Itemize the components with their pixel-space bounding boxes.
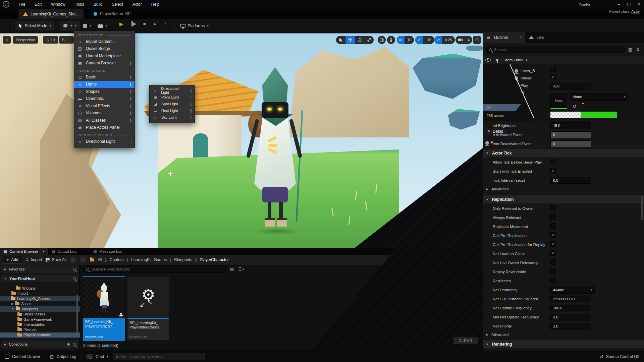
- viewport-layout-icon[interactable]: ⊞: [473, 36, 481, 44]
- menu-file[interactable]: File: [14, 0, 30, 9]
- use-selected-icon[interactable]: ↺: [573, 104, 577, 109]
- tab-level[interactable]: LearningKit_Games_Sho...: [18, 9, 84, 19]
- stop-button[interactable]: ■: [140, 21, 149, 31]
- menu-item-basic[interactable]: ◻Basic❯: [74, 73, 135, 81]
- lit-dropdown[interactable]: ☼Lit: [43, 36, 58, 44]
- clear-button[interactable]: CLEAR: [453, 337, 478, 344]
- add-actor-dropdown[interactable]: +▾: [60, 21, 80, 31]
- back-button[interactable]: ‹: [70, 256, 76, 263]
- menu-item-all-classes[interactable]: ▧All Classes❯: [74, 117, 135, 124]
- drag-grip-icon[interactable]: ⣿: [190, 96, 192, 99]
- checkbox[interactable]: [550, 250, 556, 256]
- tree-item-gameframework[interactable]: GameFramework: [0, 317, 80, 322]
- menu-item-lights[interactable]: ☼Lights❯: [74, 81, 135, 88]
- checkbox[interactable]: [550, 259, 556, 265]
- favorites-header[interactable]: ▶Favorites: [1, 265, 78, 273]
- move-tool[interactable]: [345, 36, 355, 44]
- tree-item-pickups[interactable]: Pickups: [0, 327, 80, 333]
- tree-item-blueprints[interactable]: ▼Blueprints: [0, 306, 80, 312]
- menu-window[interactable]: Window: [46, 0, 70, 9]
- checkbox[interactable]: [550, 159, 556, 164]
- submenu-directional-light[interactable]: ☼Directional Light⣿: [150, 87, 195, 94]
- tab-levels[interactable]: Levr: [525, 32, 548, 43]
- menu-item-quixel-bridge[interactable]: ▤Quixel Bridge: [74, 45, 135, 53]
- source-control-button[interactable]: ↺ Source Control Off: [595, 351, 644, 362]
- menu-item-import-content[interactable]: ↧Import Content...: [74, 38, 135, 45]
- platforms-dropdown[interactable]: Platforms▾: [177, 21, 212, 31]
- world-local-globe-icon[interactable]: [378, 36, 386, 44]
- advanced-expander[interactable]: ▶Advanced: [486, 187, 508, 191]
- property-input[interactable]: 100.0: [550, 305, 591, 311]
- close-tab-icon[interactable]: ×: [520, 35, 522, 40]
- checkbox[interactable]: [550, 268, 556, 274]
- submenu-sky-light[interactable]: ∩Sky Light⣿: [150, 114, 195, 121]
- close-tab-icon[interactable]: ×: [43, 249, 45, 253]
- asset-search-input[interactable]: [91, 267, 224, 271]
- save-all-button[interactable]: Save All: [46, 257, 66, 262]
- tree-item-widgets[interactable]: Widgets: [0, 286, 80, 291]
- tree-item-assets[interactable]: ▶Assets: [0, 301, 80, 307]
- tree-item-import[interactable]: Import: [0, 291, 80, 296]
- tab-output-log[interactable]: ▤ Output Log: [48, 248, 80, 255]
- maximize-button[interactable]: ▢: [624, 0, 634, 9]
- breadcrumb-all[interactable]: All: [98, 257, 102, 262]
- menu-help[interactable]: Help: [147, 0, 164, 9]
- property-input[interactable]: 0.0: [550, 177, 591, 184]
- section-rendering[interactable]: ▾Rendering: [483, 340, 644, 348]
- visibility-eye-icon[interactable]: [486, 106, 491, 109]
- viewport-options-hamburger[interactable]: ≡: [3, 36, 11, 44]
- checkbox[interactable]: [550, 168, 556, 173]
- advanced-expander[interactable]: ▶Advanced: [486, 333, 508, 337]
- breadcrumb-learningkit[interactable]: LearningKit_Games: [131, 257, 167, 262]
- console-command-input[interactable]: [116, 354, 202, 359]
- drag-grip-icon[interactable]: ⣿: [190, 116, 192, 119]
- drag-grip-icon[interactable]: ⣿: [190, 109, 192, 113]
- tree-item-baseclasses[interactable]: BaseClasses: [0, 312, 80, 317]
- search-icon[interactable]: [73, 268, 76, 271]
- asset-thumbnail-none[interactable]: None: [550, 93, 567, 109]
- menu-select[interactable]: Select: [107, 0, 127, 9]
- section-replication[interactable]: ▾Replication: [483, 195, 644, 203]
- tab-blueprint[interactable]: PlayerButton_BP: [89, 9, 135, 19]
- menu-item-content-browser[interactable]: ▦Content Browser❯: [74, 60, 135, 67]
- asset-picker-dropdown[interactable]: None▾: [571, 94, 628, 101]
- menu-edit[interactable]: Edit: [30, 0, 46, 9]
- outliner-search[interactable]: [486, 46, 625, 53]
- property-input[interactable]: 225000000.0: [550, 296, 591, 302]
- menu-item-unreal-marketplace[interactable]: ▣Unreal Marketplace: [74, 52, 135, 60]
- menu-tools[interactable]: Tools: [70, 0, 89, 9]
- asset-bp-playercharacter[interactable]: BP_LearningKit_ PlayerCharacter Blueprin…: [83, 277, 125, 340]
- menu-item-shapes[interactable]: ◇Shapes❯: [74, 88, 135, 95]
- pin-column-icon[interactable]: [493, 59, 501, 61]
- outliner-settings-gear-icon[interactable]: ⚙: [636, 47, 640, 52]
- outliner-row[interactable]: Lever_B: [515, 69, 535, 73]
- show-dropdown[interactable]: S: [59, 36, 74, 44]
- add-collection-icon[interactable]: ⊕: [67, 342, 70, 347]
- close-button[interactable]: ✕: [634, 0, 644, 9]
- minimize-button[interactable]: –: [614, 0, 624, 9]
- scale-tool[interactable]: [364, 36, 374, 44]
- property-input[interactable]: 0: [550, 140, 591, 147]
- parent-class-link[interactable]: Actor: [631, 9, 640, 13]
- checkbox[interactable]: [550, 223, 556, 229]
- checkbox[interactable]: [550, 214, 556, 220]
- checkbox[interactable]: [550, 205, 556, 210]
- asset-bpi-playerinteractions[interactable]: ⚙ ↙ ↖ BPI_LearningKit_ PlayerInteraction…: [127, 277, 169, 340]
- menu-item-visual-effects[interactable]: ∗Visual Effects❯: [74, 102, 135, 110]
- output-log-button[interactable]: ▤ Output Log: [45, 351, 81, 362]
- submenu-spot-light[interactable]: ◢Spot Light⣿: [150, 101, 195, 107]
- search-icon[interactable]: [73, 343, 76, 346]
- property-input[interactable]: 1.0: [550, 323, 591, 329]
- checkbox[interactable]: [550, 241, 556, 247]
- outliner-search-input[interactable]: [494, 48, 622, 52]
- cmd-dropdown[interactable]: >_ Cmd▾: [82, 351, 113, 362]
- checkbox[interactable]: [550, 74, 556, 79]
- project-header[interactable]: ▼YourFirstHour: [1, 275, 78, 282]
- breadcrumb-content[interactable]: Content: [110, 257, 124, 262]
- eject-button[interactable]: ▲: [149, 21, 160, 31]
- filter-dropdown-icon[interactable]: ☰▾: [238, 267, 244, 272]
- select-mode-dropdown[interactable]: Select Mode▾: [15, 21, 54, 31]
- forward-button[interactable]: ›: [80, 256, 87, 263]
- menu-build[interactable]: Build: [89, 0, 107, 9]
- tab-content-browser[interactable]: ▦ Content Browser ×: [0, 248, 48, 255]
